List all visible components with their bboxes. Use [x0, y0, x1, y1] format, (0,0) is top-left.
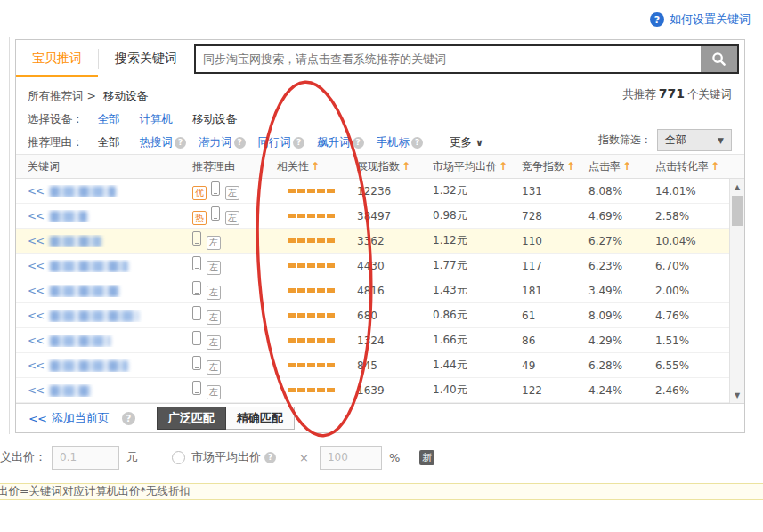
tab-item-recommend[interactable]: 宝贝推词 — [16, 40, 98, 77]
table-row[interactable]: <<左44301.77元1176.23%6.70% — [16, 254, 744, 278]
vertical-scrollbar[interactable]: ▲ ▼ — [729, 179, 744, 403]
table-row[interactable]: <<左48161.43元1813.49%2.00% — [16, 278, 744, 303]
reason-option-mobile-tag[interactable]: 手机标 — [377, 135, 410, 150]
relevance-bar-segment — [327, 214, 335, 218]
sort-asc-icon[interactable]: ↑ — [499, 160, 507, 173]
column-header-label: 关键词 — [28, 160, 60, 173]
column-header-label: 展现指数 — [357, 160, 400, 173]
relevance-bar-segment — [288, 313, 296, 318]
device-option-mobile[interactable]: 移动设备 — [192, 112, 237, 127]
masked-keyword — [50, 310, 139, 322]
sort-asc-icon[interactable]: ↑ — [402, 160, 410, 173]
avg-price-cell: 1.32元 — [430, 183, 519, 198]
how-to-set-keywords-link[interactable]: ? 如何设置关键词 — [650, 12, 751, 28]
sort-asc-icon[interactable]: ↑ — [311, 160, 320, 173]
reason-option-peer[interactable]: 同行词 — [258, 135, 292, 150]
peer-help-icon[interactable]: ? — [293, 137, 304, 149]
relevance-bar-segment — [307, 288, 315, 293]
rising-help-icon[interactable]: ? — [353, 137, 364, 149]
relevance-bar-segment — [317, 313, 325, 318]
cvr-cell: 2.46% — [653, 384, 729, 397]
competition-cell: 61 — [519, 310, 586, 322]
reason-option-all[interactable]: 全部 — [98, 135, 120, 150]
reason-option-potential[interactable]: 潜力词 — [199, 135, 232, 150]
scroll-up-icon[interactable]: ▲ — [730, 180, 744, 194]
keyword-prefix: << — [28, 210, 44, 222]
tab-search-keywords[interactable]: 搜索关键词 — [99, 40, 193, 77]
broad-match-button[interactable]: 广泛匹配 — [157, 407, 226, 430]
relevance-bar-segment — [297, 263, 305, 268]
column-header[interactable]: 点击转化率↑ — [653, 159, 729, 174]
scroll-down-icon[interactable]: ▼ — [730, 388, 744, 402]
mobile-device-icon — [211, 206, 220, 221]
potential-help-icon[interactable]: ? — [234, 137, 246, 149]
scrollbar-thumb[interactable] — [732, 196, 743, 226]
reason-badge: 左 — [225, 211, 239, 225]
total-prefix: 共推荐 — [622, 87, 656, 101]
percent-input[interactable] — [320, 446, 382, 470]
relevance-bars — [288, 388, 354, 392]
keyword-prefix: << — [28, 335, 44, 347]
search-input[interactable] — [196, 52, 701, 66]
index-filter: 指数筛选： 全部 ▼ — [598, 129, 732, 151]
table-row[interactable]: <<左33621.12元1106.27%10.04% — [16, 229, 744, 254]
column-header-label: 点击率 — [588, 160, 621, 173]
reason-filter-label: 推荐理由： — [28, 135, 84, 150]
search-button[interactable] — [701, 46, 737, 72]
table-row[interactable]: <<左13241.66元864.29%1.51% — [16, 328, 744, 353]
exact-match-button[interactable]: 精确匹配 — [226, 407, 295, 430]
hot-help-icon[interactable]: ? — [175, 137, 186, 149]
column-header[interactable]: 竞争指数↑ — [519, 159, 586, 174]
sort-asc-icon[interactable]: ↑ — [710, 160, 719, 173]
breadcrumb-path[interactable]: 所有推荐词 > — [28, 89, 96, 104]
keyword-cell: << — [16, 260, 190, 272]
relevance-bar-segment — [327, 288, 335, 293]
relevance-bar-segment — [297, 388, 305, 392]
table-row[interactable]: <<左6800.86元618.09%4.76% — [16, 303, 744, 328]
column-header[interactable]: 市场平均出价↑ — [430, 159, 519, 174]
more-dropdown[interactable]: 更多 ∨ — [450, 135, 483, 150]
column-header[interactable]: 点击率↑ — [586, 159, 653, 174]
table-row[interactable]: <<热左384970.98元7284.69%2.58% — [16, 204, 744, 229]
new-feature-badge: 新 — [419, 450, 434, 465]
add-page-help-icon[interactable]: ? — [122, 412, 135, 425]
table-body: <<优左122361.32元1318.08%14.01%<<热左384970.9… — [16, 179, 744, 403]
reason-option-rising[interactable]: 飙升词 — [317, 135, 351, 150]
reason-option-hot[interactable]: 热搜词 — [140, 135, 174, 150]
relevance-bar-segment — [288, 263, 296, 268]
keyword-search-box — [194, 44, 739, 74]
cvr-cell: 2.00% — [653, 285, 729, 297]
relevance-bars — [288, 338, 354, 343]
market-price-help-icon[interactable]: ? — [264, 452, 276, 463]
competition-cell: 122 — [519, 384, 586, 397]
device-option-pc[interactable]: 计算机 — [140, 112, 174, 127]
add-current-page-link[interactable]: 添加当前页 — [52, 410, 110, 426]
search-icon — [711, 52, 726, 67]
index-filter-dropdown[interactable]: 全部 ▼ — [657, 129, 732, 151]
mobile-tag-help-icon[interactable]: ? — [411, 137, 423, 149]
sort-asc-icon[interactable]: ↑ — [622, 160, 631, 173]
column-header[interactable]: 展现指数↑ — [354, 159, 430, 174]
relevance-bars — [288, 189, 354, 193]
add-page-prefix[interactable]: << — [28, 412, 46, 425]
index-filter-value: 全部 — [665, 133, 686, 148]
table-row[interactable]: <<优左122361.32元1318.08%14.01% — [16, 179, 744, 204]
sort-asc-icon[interactable]: ↑ — [566, 160, 575, 173]
competition-cell: 86 — [519, 335, 586, 347]
keyword-prefix: << — [28, 384, 44, 397]
total-suffix: 个关键词 — [687, 87, 732, 101]
reason-badge: 优 — [192, 186, 207, 200]
column-header[interactable]: 相关性↑ — [274, 159, 354, 174]
table-row[interactable]: <<左16391.40元1224.24%2.46% — [16, 378, 744, 403]
relevance-bar-segment — [327, 338, 335, 343]
market-price-radio[interactable] — [172, 451, 185, 464]
keyword-prefix: << — [28, 285, 44, 297]
custom-bid-input[interactable] — [52, 446, 119, 470]
avg-price-cell: 0.98元 — [430, 208, 519, 223]
keyword-cell: << — [16, 335, 190, 347]
table-row[interactable]: <<左8451.44元496.28%6.55% — [16, 353, 744, 378]
device-option-all[interactable]: 全部 — [98, 112, 120, 127]
reason-badge: 热 — [192, 211, 207, 225]
mobile-device-icon — [192, 381, 201, 395]
impression-cell: 38497 — [354, 210, 430, 222]
